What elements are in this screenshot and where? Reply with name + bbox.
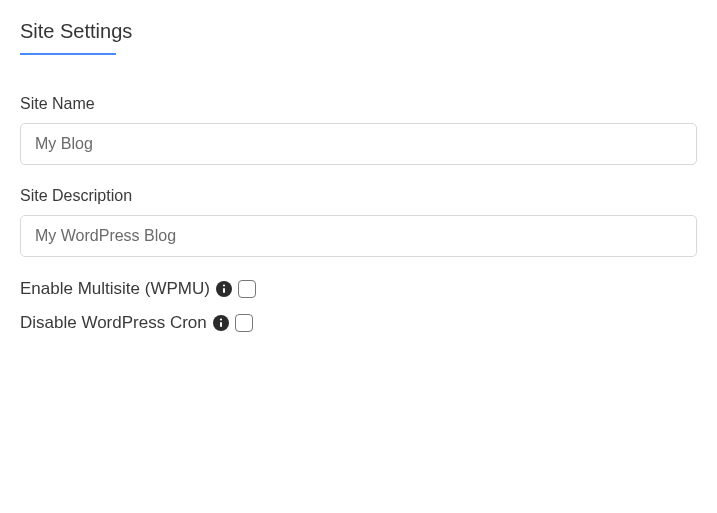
row-disable-cron: Disable WordPress Cron: [20, 313, 697, 333]
site-name-label: Site Name: [20, 95, 697, 113]
row-enable-multisite: Enable Multisite (WPMU): [20, 279, 697, 299]
field-site-description: Site Description: [20, 187, 697, 257]
enable-multisite-checkbox[interactable]: [238, 280, 256, 298]
site-name-input[interactable]: [20, 123, 697, 165]
svg-point-5: [220, 318, 222, 320]
svg-rect-4: [220, 322, 222, 327]
disable-cron-checkbox[interactable]: [235, 314, 253, 332]
svg-rect-1: [223, 288, 225, 293]
site-description-input[interactable]: [20, 215, 697, 257]
enable-multisite-label: Enable Multisite (WPMU): [20, 279, 210, 299]
info-icon[interactable]: [213, 315, 229, 331]
svg-point-2: [223, 284, 225, 286]
section-heading: Site Settings: [20, 20, 697, 43]
field-site-name: Site Name: [20, 95, 697, 165]
site-description-label: Site Description: [20, 187, 697, 205]
heading-underline: [20, 53, 116, 55]
info-icon[interactable]: [216, 281, 232, 297]
disable-cron-label: Disable WordPress Cron: [20, 313, 207, 333]
